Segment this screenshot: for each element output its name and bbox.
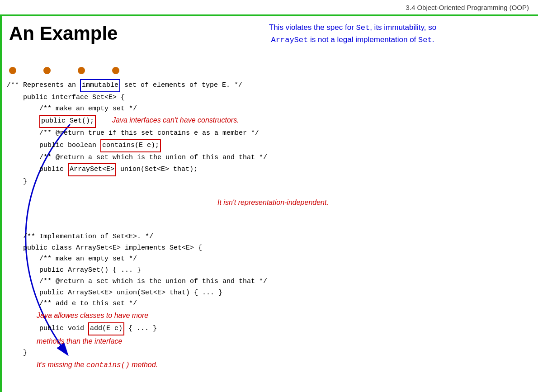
code-line-3: /** make an empty set */ (7, 104, 329, 115)
nav-dots (9, 67, 119, 74)
code-line-18: } It's missing the contains() method. (7, 348, 329, 383)
nav-dot-4[interactable] (112, 67, 119, 74)
annot-more-methods-inline: Java allowes classes to have more (37, 312, 148, 319)
green-left-border (0, 14, 2, 392)
code-line-repr: It isn't representation-independent. (201, 185, 329, 220)
top-annotation: This violates the spec for Set, its immu… (176, 22, 529, 46)
highlight-set-constructor: public Set(); (39, 115, 96, 128)
annot-constructors-inline: Java interfaces can't have constructors. (112, 116, 239, 124)
annot-interface-inline: methods than the interface (37, 337, 122, 345)
code-line-12: /** make an empty set */ (7, 254, 329, 265)
code-line-7: /** @return a set which is the union of … (7, 152, 329, 164)
highlight-immutable: immutable (80, 79, 120, 92)
code-line-14: /** @return a set which is the union of … (7, 276, 329, 288)
highlight-contains: contains(E e); (100, 139, 161, 152)
nav-dot-3[interactable] (78, 67, 85, 74)
code-line-11: public class ArraySet<E> implements Set<… (7, 243, 329, 254)
code-area: /** Represents an immutable set of eleme… (7, 79, 329, 383)
annotation-line2: ArraySet is not a legal implementation o… (271, 35, 434, 44)
highlight-add: add(E e) (88, 322, 124, 335)
code-line-13: public ArraySet() { ... } (7, 265, 329, 276)
green-top-line (0, 14, 538, 16)
slide-title: An Example (9, 23, 118, 44)
code-line-4: public Set(); Java interfaces can't have… (7, 114, 329, 128)
annot-repr-indep-inline: It isn't representation-independent. (217, 198, 329, 206)
code-line-15: public ArraySet<E> union(Set<E> that) { … (7, 288, 329, 299)
code-line-17: public void add(E e) { ... } methods tha… (7, 322, 329, 348)
code-line-5: /** @return true if this set contains e … (7, 128, 329, 139)
highlight-arrayset-union: ArraySet<E> (68, 163, 116, 176)
annot-missing-inline: It's missing the contains() method. (37, 361, 158, 368)
code-line-6: public boolean contains(E e); (7, 139, 329, 152)
header: 3.4 Object-Oriented Programming (OOP) (0, 0, 538, 14)
annotation-line1: This violates the spec for Set, its immu… (269, 23, 436, 32)
code-line-2: public interface Set<E> { (7, 92, 329, 104)
code-line-8: public ArraySet<E> union(Set<E> that); (7, 163, 329, 176)
code-line-16: /** add e to this set */ Java allowes cl… (7, 298, 329, 322)
code-line-10: /** Implementation of Set<E>. */ (7, 231, 329, 243)
nav-dot-2[interactable] (43, 67, 51, 74)
header-title: 3.4 Object-Oriented Programming (OOP) (406, 4, 529, 11)
nav-dot-1[interactable] (9, 67, 16, 74)
code-line-1: /** Represents an immutable set of eleme… (7, 79, 329, 92)
